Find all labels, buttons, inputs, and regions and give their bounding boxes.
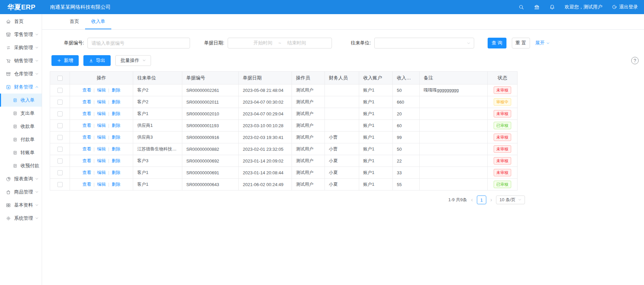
table-row: 查看|编辑|删除供应商1SR000000011932023-03-10 00:1… (50, 120, 518, 132)
view-link[interactable]: 查看 (82, 123, 91, 128)
export-button[interactable]: 导出 (83, 55, 111, 66)
bill-no-label: 单据编号: (64, 40, 84, 46)
row-checkbox[interactable] (58, 158, 63, 164)
sidebar-item-income-bill[interactable]: 收入单 (0, 94, 42, 107)
edit-link[interactable]: 编辑 (97, 135, 106, 140)
sidebar-item-label: 支出单 (21, 110, 35, 116)
sidebar-item-label: 商品管理 (14, 189, 33, 195)
view-link[interactable]: 查看 (82, 111, 91, 116)
expand-link[interactable]: 展开 (535, 40, 550, 46)
bag-icon (6, 189, 11, 195)
bill-no-cell: SR00000000691 (182, 167, 239, 179)
chevron-down-icon (35, 46, 39, 49)
delete-link[interactable]: 删除 (112, 99, 120, 104)
account-cell: 账户1 (359, 155, 393, 167)
page-number-button[interactable]: 1 (477, 195, 486, 204)
edit-link[interactable]: 编辑 (97, 170, 106, 175)
edit-link[interactable]: 编辑 (97, 123, 106, 128)
view-link[interactable]: 查看 (82, 182, 91, 187)
delete-link[interactable]: 删除 (112, 146, 120, 151)
table-row: 查看|编辑|删除供应商3SR000000009162023-02-03 19:3… (50, 132, 518, 143)
sidebar-item-receipt-bill[interactable]: 收款单 (0, 120, 42, 133)
delete-link[interactable]: 删除 (112, 170, 120, 175)
search-icon[interactable] (518, 4, 524, 10)
row-checkbox-cell (50, 155, 70, 167)
row-checkbox[interactable] (58, 135, 63, 140)
row-actions: 查看|编辑|删除 (70, 96, 133, 108)
column-header: 操作 (70, 72, 133, 84)
row-checkbox[interactable] (58, 182, 63, 187)
sidebar-item-warehouse[interactable]: 仓库管理 (0, 67, 42, 80)
delete-link[interactable]: 删除 (112, 123, 120, 128)
delete-link[interactable]: 删除 (112, 182, 120, 187)
sidebar-item-home[interactable]: 首页 (0, 15, 42, 28)
table-row: 查看|编辑|删除客户3SR000000006922023-01-14 20:09… (50, 155, 518, 167)
status-badge: 已审核 (494, 122, 511, 129)
select-all-checkbox[interactable] (58, 76, 63, 81)
sidebar-item-system[interactable]: 系统管理 (0, 212, 42, 225)
view-link[interactable]: 查看 (82, 170, 91, 175)
row-checkbox[interactable] (58, 147, 63, 152)
help-icon[interactable]: ? (631, 57, 639, 64)
logout-button[interactable]: 退出登录 (612, 4, 638, 10)
row-checkbox[interactable] (58, 100, 63, 105)
delete-link[interactable]: 删除 (112, 135, 120, 140)
bank-icon[interactable] (534, 4, 540, 10)
row-checkbox[interactable] (58, 123, 63, 128)
sidebar-item-transfer-bill[interactable]: 转账单 (0, 146, 42, 159)
view-link[interactable]: 查看 (82, 87, 91, 93)
delete-link[interactable]: 删除 (112, 87, 120, 93)
edit-link[interactable]: 编辑 (97, 99, 106, 104)
edit-link[interactable]: 编辑 (97, 146, 106, 151)
sidebar-item-purchase[interactable]: 采购管理 (0, 41, 42, 54)
edit-link[interactable]: 编辑 (97, 111, 106, 116)
sidebar-item-goods[interactable]: 商品管理 (0, 185, 42, 199)
view-link[interactable]: 查看 (82, 158, 91, 163)
view-link[interactable]: 查看 (82, 135, 91, 140)
bell-icon[interactable] (549, 4, 555, 10)
sidebar-item-sales[interactable]: 销售管理 (0, 54, 42, 67)
sidebar-item-advance-receipt[interactable]: 收预付款 (0, 159, 42, 172)
date-range-picker[interactable]: 开始时间 ~ 结束时间 (228, 38, 332, 48)
delete-link[interactable]: 删除 (112, 158, 120, 163)
row-actions: 查看|编辑|删除 (70, 120, 133, 132)
column-header: 操作员 (292, 72, 325, 84)
sidebar-item-payment-bill[interactable]: 付款单 (0, 133, 42, 146)
row-checkbox[interactable] (58, 88, 63, 93)
sidebar-item-retail[interactable]: 零售管理 (0, 28, 42, 41)
bill-no-input[interactable] (87, 38, 190, 48)
sidebar-item-report[interactable]: 报表查询 (0, 172, 42, 185)
edit-link[interactable]: 编辑 (97, 158, 106, 163)
next-page-button[interactable]: › (490, 197, 493, 203)
column-header: 收入账户 (359, 72, 393, 84)
delete-link[interactable]: 删除 (112, 111, 120, 116)
reset-button[interactable]: 重 置 (512, 38, 530, 48)
pagination: 1-9 共9条 ‹ 1 › 10 条/页 (50, 195, 525, 204)
status-badge: 未审核 (494, 110, 511, 117)
view-link[interactable]: 查看 (82, 146, 91, 151)
account-cell: 账户1 (359, 96, 393, 108)
remark-cell (420, 143, 488, 155)
sidebar-item-label: 销售管理 (14, 58, 33, 64)
search-button[interactable]: 查 询 (488, 38, 506, 48)
edit-link[interactable]: 编辑 (97, 87, 106, 93)
sidebar-item-basic[interactable]: 基本资料 (0, 199, 42, 212)
finance-staff-cell (325, 84, 359, 96)
page-size-select[interactable]: 10 条/页 (496, 195, 525, 204)
sidebar-item-expense-bill[interactable]: 支出单 (0, 107, 42, 120)
view-link[interactable]: 查看 (82, 99, 91, 104)
edit-link[interactable]: 编辑 (97, 182, 106, 187)
sidebar-item-finance[interactable]: 财务管理 (0, 80, 42, 94)
tab-income-bill[interactable]: 收入单 (85, 14, 111, 29)
tab-home[interactable]: 首页 (64, 14, 85, 29)
prev-page-button[interactable]: ‹ (470, 197, 473, 203)
partner-select[interactable] (374, 38, 474, 48)
row-checkbox[interactable] (58, 111, 63, 116)
account-cell: 账户1 (359, 84, 393, 96)
account-cell: 账户1 (359, 132, 393, 143)
row-checkbox[interactable] (58, 170, 63, 175)
batch-actions-button[interactable]: 批量操作 (115, 55, 151, 66)
column-header: 状态 (488, 72, 518, 84)
add-button[interactable]: 新增 (51, 55, 79, 66)
remark-cell (420, 120, 488, 132)
